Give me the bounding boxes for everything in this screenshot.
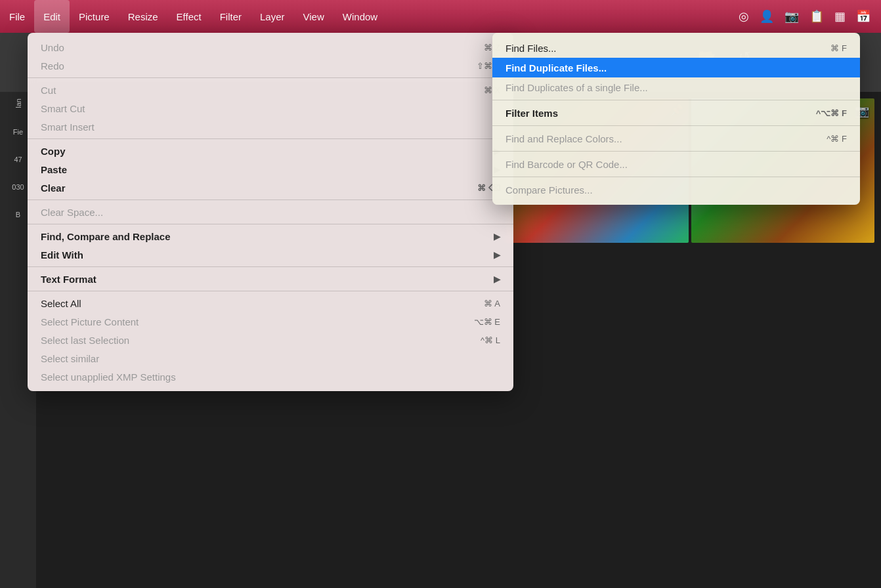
submenu-sep-3: [492, 151, 860, 152]
submenu-sep-4: [492, 177, 860, 177]
menu-select-all[interactable]: Select All ⌘ A: [28, 294, 513, 312]
sep-1: [28, 77, 513, 78]
menu-redo[interactable]: Redo ⇧⌘ Z: [28, 56, 513, 75]
submenu-filter-items-label: Filter Items: [505, 108, 558, 119]
menubar-view[interactable]: View: [294, 0, 333, 33]
menu-cut-label: Cut: [41, 85, 56, 96]
menubar-window[interactable]: Window: [333, 0, 387, 33]
sep-4: [28, 224, 513, 224]
submenu-find-duplicate[interactable]: Find Duplicate Files...: [492, 58, 860, 77]
menu-select-all-shortcut: ⌘ A: [484, 299, 500, 308]
menu-select-picture[interactable]: Select Picture Content ⌥⌘ E: [28, 312, 513, 331]
submenu-sep-1: [492, 100, 860, 100]
menu-text-format-label: Text Format: [41, 274, 97, 285]
menu-copy[interactable]: Copy ▶: [28, 142, 513, 160]
menu-smart-cut[interactable]: Smart Cut: [28, 99, 513, 117]
sep-5: [28, 266, 513, 267]
submenu-find-duplicates-single[interactable]: Find Duplicates of a single File...: [492, 77, 860, 97]
menu-copy-label: Copy: [41, 146, 66, 157]
clipboard-icon: 📋: [809, 9, 824, 24]
menu-undo-label: Undo: [41, 42, 64, 53]
left-panel-label-47: 47: [14, 156, 22, 163]
menu-select-picture-label: Select Picture Content: [41, 316, 139, 327]
menubar-layer[interactable]: Layer: [251, 0, 294, 33]
menu-cut[interactable]: Cut ⌘ X: [28, 81, 513, 99]
menubar-filter[interactable]: Filter: [211, 0, 251, 33]
submenu-find-replace-colors-label: Find and Replace Colors...: [505, 133, 622, 144]
submenu-filter-items-shortcut: ^⌥⌘ F: [816, 108, 847, 118]
edit-menu: Undo ⌘ Z Redo ⇧⌘ Z Cut ⌘ X Smart Cut Sma…: [28, 33, 513, 391]
menubar-edit[interactable]: Edit: [34, 0, 70, 33]
grid-icon: ▦: [834, 9, 846, 24]
person-icon: 👤: [760, 9, 774, 24]
menu-undo[interactable]: Undo ⌘ Z: [28, 38, 513, 56]
menu-select-last[interactable]: Select last Selection ^⌘ L: [28, 331, 513, 349]
menu-paste[interactable]: Paste ▶: [28, 160, 513, 178]
submenu-find-duplicate-label: Find Duplicate Files...: [505, 62, 607, 74]
menu-select-xmp[interactable]: Select unapplied XMP Settings: [28, 368, 513, 386]
menu-clear-label: Clear: [41, 182, 66, 194]
target-icon: ◎: [739, 9, 749, 24]
menu-select-similar[interactable]: Select similar: [28, 349, 513, 368]
find-compare-submenu: Find Files... ⌘ F Find Duplicate Files..…: [492, 33, 860, 205]
submenu-compare-pictures-label: Compare Pictures...: [505, 184, 593, 196]
menubar: File Edit Picture Resize Effect Filter L…: [0, 0, 881, 33]
menu-smart-insert-label: Smart Insert: [41, 121, 95, 133]
left-panel-label-b: B: [16, 211, 20, 219]
sep-2: [28, 138, 513, 139]
menu-smart-insert[interactable]: Smart Insert: [28, 117, 513, 136]
menubar-file[interactable]: File: [0, 0, 34, 33]
calendar-icon: 📅: [856, 9, 870, 24]
menubar-picture[interactable]: Picture: [70, 0, 119, 33]
sep-3: [28, 200, 513, 200]
submenu-find-barcode-label: Find Barcode or QR Code...: [505, 159, 628, 170]
submenu-filter-items[interactable]: Filter Items ^⌥⌘ F: [492, 103, 860, 123]
menubar-effect[interactable]: Effect: [167, 0, 211, 33]
left-panel-label-030: 030: [12, 183, 24, 191]
menu-find-compare-label: Find, Compare and Replace: [41, 231, 171, 242]
menu-edit-with[interactable]: Edit With ▶: [28, 245, 513, 264]
menu-select-similar-label: Select similar: [41, 353, 99, 364]
menu-text-format[interactable]: Text Format ▶: [28, 270, 513, 288]
submenu-find-replace-colors[interactable]: Find and Replace Colors... ^⌘ F: [492, 129, 860, 148]
menubar-resize[interactable]: Resize: [119, 0, 167, 33]
menu-edit-with-arrow: ▶: [494, 250, 500, 260]
camera-icon: 📷: [784, 9, 799, 24]
menu-smart-cut-label: Smart Cut: [41, 103, 85, 114]
menu-text-format-arrow: ▶: [494, 274, 500, 284]
submenu-find-replace-colors-shortcut: ^⌘ F: [827, 134, 847, 144]
menu-find-arrow: ▶: [494, 232, 500, 242]
submenu-sep-2: [492, 125, 860, 126]
menu-clear-space-label: Clear Space...: [41, 207, 103, 218]
submenu-find-barcode[interactable]: Find Barcode or QR Code...: [492, 154, 860, 174]
menu-select-last-label: Select last Selection: [41, 335, 129, 346]
menu-select-picture-shortcut: ⌥⌘ E: [474, 317, 500, 327]
menu-select-last-shortcut: ^⌘ L: [481, 335, 500, 345]
menu-paste-label: Paste: [41, 164, 67, 175]
menu-select-xmp-label: Select unapplied XMP Settings: [41, 371, 176, 383]
menu-edit-with-label: Edit With: [41, 249, 83, 261]
submenu-find-files-shortcut: ⌘ F: [830, 43, 847, 53]
menubar-system-icons: ◎ 👤 📷 📋 ▦ 📅: [739, 9, 881, 24]
submenu-find-files[interactable]: Find Files... ⌘ F: [492, 38, 860, 58]
menu-clear-space[interactable]: Clear Space...: [28, 203, 513, 221]
submenu-find-files-label: Find Files...: [505, 43, 557, 54]
submenu-find-duplicates-single-label: Find Duplicates of a single File...: [505, 82, 648, 93]
submenu-compare-pictures[interactable]: Compare Pictures...: [492, 180, 860, 200]
sep-6: [28, 291, 513, 291]
left-panel-label-lan: lan: [14, 98, 22, 108]
left-panel-label-fie: Fie: [13, 128, 23, 136]
menu-redo-label: Redo: [41, 60, 64, 72]
menu-clear[interactable]: Clear ⌘ ⌫: [28, 178, 513, 197]
menu-select-all-label: Select All: [41, 298, 81, 309]
menu-find-compare[interactable]: Find, Compare and Replace ▶: [28, 227, 513, 245]
